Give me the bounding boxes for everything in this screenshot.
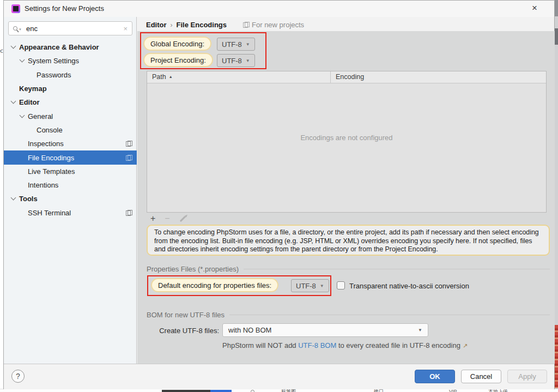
phpstorm-logo-icon bbox=[11, 4, 20, 13]
encoding-help-text: To change encoding PhpStorm uses for a f… bbox=[147, 225, 550, 256]
sidebar-item-label: Live Templates bbox=[28, 167, 75, 176]
utf8-bom-link[interactable]: UTF-8 BOM bbox=[298, 341, 336, 349]
breadcrumb-file-encodings: File Encodings bbox=[177, 21, 227, 29]
chevron-down-icon: ▼ bbox=[246, 42, 250, 47]
chevron-down-icon[interactable] bbox=[20, 57, 25, 63]
transparent-ascii-checkbox-label[interactable]: Transparent native-to-ascii conversion bbox=[349, 282, 469, 290]
sort-asc-icon: ▲ bbox=[169, 75, 173, 79]
divider bbox=[229, 315, 550, 315]
sidebar-item-label: Keymap bbox=[19, 85, 47, 93]
sidebar-item[interactable]: Inspections bbox=[4, 137, 137, 150]
sidebar-item-label: File Encodings bbox=[28, 154, 74, 162]
chevron-down-icon[interactable] bbox=[20, 112, 25, 118]
help-button[interactable]: ? bbox=[11, 370, 25, 383]
chevron-down-icon: ▼ bbox=[246, 58, 250, 63]
background-tab-label: 接口 bbox=[374, 389, 384, 392]
apply-button[interactable]: Apply bbox=[507, 370, 547, 383]
for-new-projects-label: For new projects bbox=[252, 21, 304, 29]
properties-encoding-dropdown[interactable]: UTF-8▼ bbox=[291, 279, 329, 292]
breadcrumb: Editor › File Encodings For new projects bbox=[146, 21, 304, 29]
ok-button[interactable]: OK bbox=[415, 370, 455, 383]
sidebar-item-label: General bbox=[28, 112, 53, 120]
transparent-ascii-checkbox[interactable] bbox=[337, 281, 345, 290]
sidebar-item[interactable]: Intentions bbox=[4, 178, 137, 192]
default-properties-encoding-label: Default encoding for properties files: bbox=[151, 278, 278, 292]
sidebar-item[interactable]: System Settings bbox=[4, 54, 137, 68]
bom-hint-text: PhpStorm will NOT add UTF-8 BOM to every… bbox=[222, 341, 468, 349]
properties-section-header: Properties Files (*.properties) bbox=[147, 265, 550, 273]
sidebar-item[interactable]: General bbox=[4, 109, 137, 123]
create-utf8-files-label: Create UTF-8 files: bbox=[147, 327, 219, 335]
external-link-icon: ↗ bbox=[463, 342, 468, 349]
global-encoding-dropdown[interactable]: UTF-8▼ bbox=[217, 38, 255, 51]
title-bar: Settings for New Projects × bbox=[4, 1, 554, 17]
create-utf8-files-dropdown[interactable]: with NO BOM▼ bbox=[222, 323, 428, 337]
background-tab-label: VIP bbox=[449, 389, 457, 392]
sidebar-item[interactable]: Editor bbox=[4, 95, 137, 109]
footer-bar: ? OK Cancel Apply bbox=[4, 364, 554, 389]
chevron-down-icon[interactable] bbox=[11, 99, 16, 104]
for-new-projects-badge: For new projects bbox=[243, 21, 304, 29]
background-progress-bar bbox=[162, 390, 232, 392]
copy-settings-icon bbox=[126, 210, 131, 216]
chevron-down-icon: ▼ bbox=[418, 328, 422, 333]
breadcrumb-editor[interactable]: Editor bbox=[146, 21, 167, 29]
chevron-down-icon[interactable] bbox=[11, 44, 16, 49]
sidebar-item[interactable]: Tools bbox=[4, 192, 137, 206]
sidebar-item[interactable]: Keymap bbox=[4, 82, 137, 95]
sidebar-item[interactable]: Live Templates bbox=[4, 165, 137, 178]
edit-pencil-icon[interactable] bbox=[180, 215, 186, 221]
bom-section-header: BOM for new UTF-8 files bbox=[147, 311, 550, 319]
background-blue-bar bbox=[210, 390, 232, 392]
sidebar-item[interactable]: Appearance & Behavior bbox=[4, 40, 137, 54]
column-header-encoding[interactable]: Encoding bbox=[331, 71, 546, 83]
sidebar-item-label: Appearance & Behavior bbox=[19, 43, 99, 51]
close-icon[interactable]: × bbox=[529, 3, 541, 14]
chevron-down-icon: ▼ bbox=[320, 284, 324, 288]
divider bbox=[244, 269, 550, 269]
copy-settings-icon bbox=[126, 155, 131, 161]
column-header-path[interactable]: Path▲ bbox=[147, 71, 331, 83]
table-header: Path▲ Encoding bbox=[147, 71, 546, 83]
global-encoding-label: Global Encoding: bbox=[143, 37, 211, 51]
sidebar-item-label: System Settings bbox=[28, 57, 79, 65]
background-tab-label: 标签图 bbox=[281, 389, 296, 392]
project-encoding-dropdown[interactable]: UTF-8▼ bbox=[217, 54, 255, 67]
sidebar-item-label: Inspections bbox=[28, 140, 64, 148]
copy-settings-icon bbox=[126, 141, 131, 147]
settings-dialog: Settings for New Projects × ▼ enc × Appe… bbox=[3, 0, 555, 389]
clear-search-icon[interactable]: × bbox=[123, 25, 128, 33]
background-circle-icon bbox=[251, 390, 254, 392]
sidebar-item[interactable]: File Encodings bbox=[4, 150, 137, 164]
search-value: enc bbox=[26, 25, 123, 33]
background-window-fragment: < bbox=[0, 47, 3, 55]
settings-sidebar: ▼ enc × Appearance & Behavior System Set… bbox=[4, 17, 137, 364]
background-tab-label: 本地上传 bbox=[488, 389, 508, 392]
chevron-down-icon[interactable] bbox=[11, 195, 16, 201]
search-input[interactable]: ▼ enc × bbox=[8, 21, 132, 35]
background-red-image-fragment bbox=[555, 325, 558, 388]
table-toolbar: + − bbox=[150, 214, 186, 224]
sidebar-item[interactable]: Passwords bbox=[4, 68, 137, 82]
copy-icon bbox=[243, 22, 248, 28]
project-encoding-label: Project Encoding: bbox=[143, 53, 213, 67]
cancel-button[interactable]: Cancel bbox=[461, 370, 501, 383]
encodings-table: Path▲ Encoding Encodings are not configu… bbox=[147, 71, 547, 213]
background-fragment bbox=[555, 28, 558, 45]
sidebar-item[interactable]: SSH Terminal bbox=[4, 206, 137, 220]
background-right-strip bbox=[555, 0, 558, 392]
sidebar-item-label: Passwords bbox=[37, 71, 71, 79]
sidebar-item-label: Editor bbox=[19, 98, 40, 106]
table-empty-text: Encodings are not configured bbox=[147, 134, 546, 142]
settings-tree: Appearance & Behavior System Settings Pa… bbox=[4, 40, 137, 220]
sidebar-item-label: Intentions bbox=[28, 181, 58, 189]
sidebar-item-label: SSH Terminal bbox=[28, 209, 71, 217]
breadcrumb-separator: › bbox=[171, 21, 173, 29]
search-options-caret-icon[interactable]: ▼ bbox=[19, 28, 22, 31]
add-icon[interactable]: + bbox=[150, 215, 155, 222]
window-title: Settings for New Projects bbox=[25, 4, 104, 13]
remove-icon[interactable]: − bbox=[165, 215, 169, 222]
footer-buttons: OK Cancel Apply bbox=[415, 370, 547, 383]
background-fragment bbox=[555, 0, 558, 16]
sidebar-item[interactable]: Console bbox=[4, 123, 137, 137]
